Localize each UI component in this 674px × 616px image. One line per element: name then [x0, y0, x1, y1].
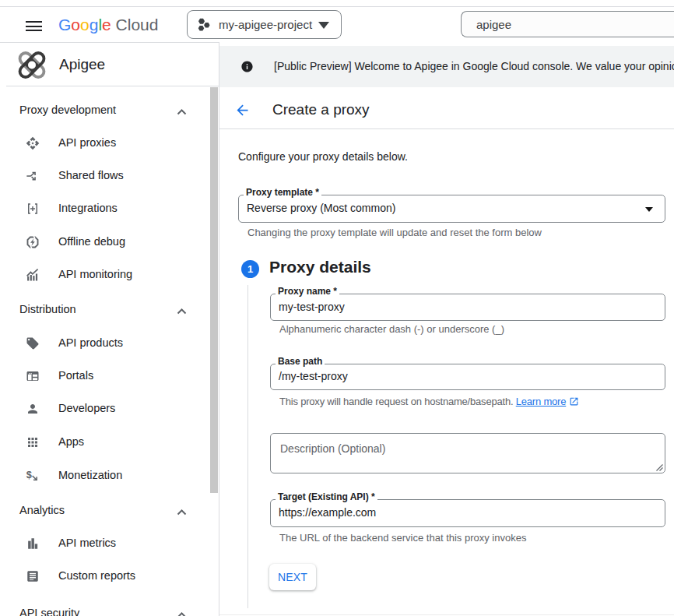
svg-text:$: $: [26, 469, 32, 480]
